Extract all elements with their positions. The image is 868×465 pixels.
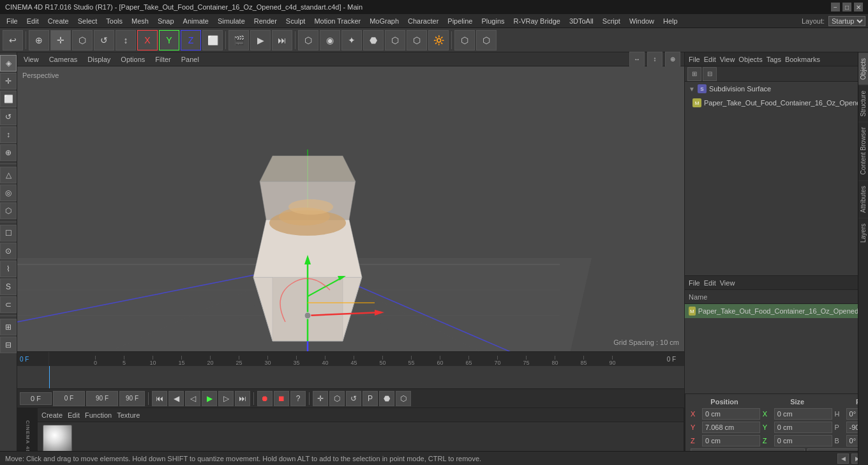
objects-menu-file[interactable]: File bbox=[689, 56, 700, 63]
frame-start-input[interactable]: 0 F bbox=[53, 391, 85, 406]
viewport-menu-cameras[interactable]: Cameras bbox=[47, 54, 80, 65]
play-back-button[interactable]: ◁ bbox=[185, 391, 200, 406]
viewport-btn[interactable]: ⬜ bbox=[202, 30, 223, 50]
move-tool-button[interactable]: ✛ bbox=[50, 30, 71, 50]
tool-joint[interactable]: ⌇ bbox=[0, 261, 17, 277]
menu-pipeline[interactable]: Pipeline bbox=[444, 16, 476, 26]
viewport-icon-3[interactable]: ⊕ bbox=[665, 52, 680, 67]
record-button[interactable]: ⏺ bbox=[257, 391, 273, 406]
coord-pz-input[interactable] bbox=[702, 435, 760, 446]
floor-button[interactable]: ⬡ bbox=[476, 30, 497, 50]
tool-plus[interactable]: ⊕ bbox=[0, 144, 17, 161]
viewport-icon-2[interactable]: ↕ bbox=[647, 52, 662, 67]
menu-select[interactable]: Select bbox=[74, 16, 101, 26]
menu-mograph[interactable]: MoGraph bbox=[366, 16, 403, 26]
step-back-button[interactable]: ◀ bbox=[168, 391, 184, 406]
tool-box[interactable]: ⬜ bbox=[0, 91, 17, 107]
transform-tool-button[interactable]: ↕ bbox=[116, 30, 136, 50]
tool-points[interactable]: △ bbox=[0, 167, 17, 183]
menu-animate[interactable]: Animate bbox=[179, 16, 213, 26]
menu-create[interactable]: Create bbox=[44, 16, 73, 26]
tool-sculpt[interactable]: ⊂ bbox=[0, 296, 17, 313]
obj-toolbar-btn2[interactable]: ⊟ bbox=[703, 67, 717, 81]
goto-end-button[interactable]: ⏭ bbox=[235, 391, 250, 406]
viewport-menu-options[interactable]: Options bbox=[118, 54, 147, 65]
viewport-menu-view[interactable]: View bbox=[21, 54, 41, 65]
current-frame-input[interactable] bbox=[20, 392, 52, 405]
viewport-canvas[interactable]: Perspective Grid Spacing : 10 cm bbox=[17, 66, 684, 351]
attr-menu-edit[interactable]: Edit bbox=[704, 279, 716, 287]
menu-3dtoall[interactable]: 3DToAll bbox=[565, 16, 597, 26]
status-scroll-left[interactable]: ◀ bbox=[837, 454, 849, 464]
right-tab-objects[interactable]: Objects bbox=[858, 52, 868, 85]
anim-rot-button[interactable]: ↺ bbox=[346, 391, 361, 406]
right-tab-attributes[interactable]: Attributes bbox=[858, 180, 868, 218]
coord-sy-input[interactable] bbox=[774, 422, 832, 433]
attr-row-container[interactable]: M Paper_Take_Out_Food_Container_16_Oz_Op… bbox=[685, 304, 868, 318]
render-to-viewer-button[interactable]: ⏭ bbox=[272, 30, 292, 50]
record-help-button[interactable]: ? bbox=[290, 391, 306, 406]
tool-uv[interactable]: ☐ bbox=[0, 225, 17, 241]
render-region-button[interactable]: 🎬 bbox=[228, 30, 249, 50]
right-tab-content-browser[interactable]: Content Browser bbox=[858, 121, 868, 179]
menu-help[interactable]: Help bbox=[659, 16, 682, 26]
play-forward-button[interactable]: ▶ bbox=[202, 391, 217, 406]
rotate-tool-button[interactable]: ↺ bbox=[94, 30, 114, 50]
axis-x-button[interactable]: X bbox=[137, 30, 158, 50]
anim-path-button[interactable]: ✛ bbox=[313, 391, 328, 406]
axis-y-button[interactable]: Y bbox=[159, 30, 179, 50]
menu-script[interactable]: Script bbox=[599, 16, 624, 26]
anim-snap-button[interactable]: ⬡ bbox=[396, 391, 411, 406]
frame-end-input2[interactable]: 90 F bbox=[119, 391, 145, 406]
obj-toolbar-btn1[interactable]: ⊞ bbox=[687, 67, 701, 81]
record-stop-button[interactable]: ⏹ bbox=[274, 391, 289, 406]
menu-file[interactable]: File bbox=[3, 16, 22, 26]
attr-menu-view[interactable]: View bbox=[720, 279, 735, 287]
anim-key-button[interactable]: ⬡ bbox=[329, 391, 345, 406]
material-menu-function[interactable]: Function bbox=[85, 411, 112, 419]
right-tab-structure[interactable]: Structure bbox=[858, 85, 868, 122]
material-menu-create[interactable]: Create bbox=[41, 411, 63, 419]
select-tool-button[interactable]: ⊕ bbox=[29, 30, 49, 50]
deformer-button[interactable]: ⬡ bbox=[385, 30, 405, 50]
tool-move[interactable]: ✛ bbox=[0, 73, 17, 89]
tool-model[interactable]: ◈ bbox=[0, 55, 17, 72]
objects-menu-bookmarks[interactable]: Bookmarks bbox=[785, 56, 820, 63]
anim-sel-button[interactable]: ⬣ bbox=[379, 391, 394, 406]
menu-snap[interactable]: Snap bbox=[154, 16, 178, 26]
step-forward-button[interactable]: ▷ bbox=[218, 391, 234, 406]
restore-button[interactable]: □ bbox=[842, 3, 851, 11]
viewport-icon-1[interactable]: ↔ bbox=[629, 52, 645, 67]
menu-mesh[interactable]: Mesh bbox=[128, 16, 153, 26]
tool-edges[interactable]: ◎ bbox=[0, 185, 17, 201]
attr-menu-file[interactable]: File bbox=[689, 279, 700, 287]
objects-menu-objects[interactable]: Objects bbox=[738, 56, 762, 63]
tool-scale[interactable]: ↕ bbox=[0, 126, 17, 143]
spline-button[interactable]: ⬣ bbox=[363, 30, 384, 50]
minimize-button[interactable]: − bbox=[831, 3, 840, 11]
goto-start-button[interactable]: ⏮ bbox=[152, 391, 167, 406]
menu-window[interactable]: Window bbox=[625, 16, 658, 26]
objects-menu-tags[interactable]: Tags bbox=[767, 56, 781, 63]
render-play-button[interactable]: ▶ bbox=[250, 30, 271, 50]
menu-character[interactable]: Character bbox=[404, 16, 442, 26]
effector-button[interactable]: ⬡ bbox=[407, 30, 427, 50]
close-button[interactable]: ✕ bbox=[854, 3, 863, 11]
material-menu-texture[interactable]: Texture bbox=[117, 411, 140, 419]
light-button[interactable]: 🔆 bbox=[428, 30, 449, 50]
menu-simulate[interactable]: Simulate bbox=[214, 16, 249, 26]
tool-layer2[interactable]: ⊟ bbox=[0, 337, 17, 353]
anim-pos-button[interactable]: P bbox=[363, 391, 378, 406]
viewport-menu-display[interactable]: Display bbox=[85, 54, 113, 65]
tool-layer[interactable]: ⊞ bbox=[0, 319, 17, 335]
coord-sx-input[interactable] bbox=[774, 408, 832, 420]
axis-z-button[interactable]: Z bbox=[181, 30, 201, 50]
menu-plugins[interactable]: Plugins bbox=[477, 16, 508, 26]
coord-sz-input[interactable] bbox=[774, 435, 832, 446]
undo-button[interactable]: ↩ bbox=[3, 30, 23, 50]
camera-button[interactable]: ⬡ bbox=[454, 30, 475, 50]
right-tab-layers[interactable]: Layers bbox=[858, 218, 868, 248]
menu-sculpt[interactable]: Sculpt bbox=[282, 16, 310, 26]
menu-render[interactable]: Render bbox=[250, 16, 281, 26]
objects-menu-view[interactable]: View bbox=[720, 56, 735, 63]
